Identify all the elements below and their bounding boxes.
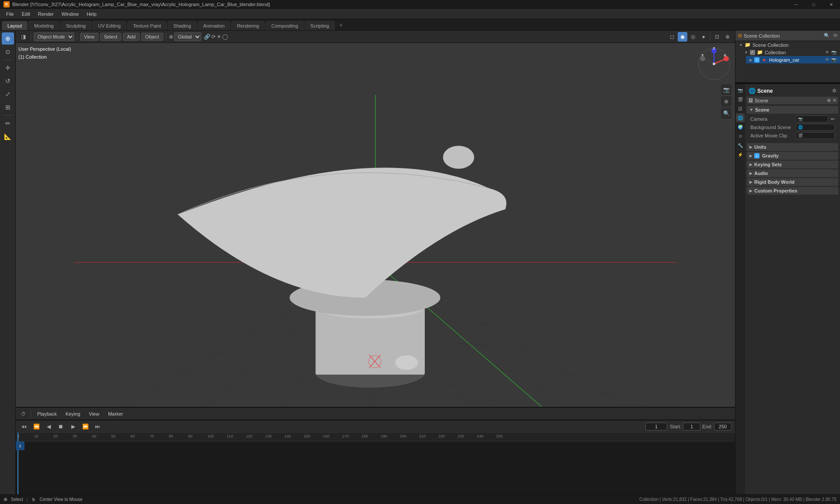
props-delete-icon[interactable]: ✕ <box>833 98 836 103</box>
tab-layout[interactable]: Layout <box>2 21 28 30</box>
output-properties-tab[interactable]: 🎬 <box>736 95 745 104</box>
menu-file[interactable]: File <box>3 10 18 18</box>
select-tool-button[interactable]: ⊕ <box>2 32 14 45</box>
minimize-button[interactable]: ─ <box>788 0 805 9</box>
cursor-tool-button[interactable]: ⊙ <box>2 46 14 58</box>
close-button[interactable]: ✕ <box>822 0 840 9</box>
scene-section-header[interactable]: ▼ Scene <box>747 106 838 114</box>
render-properties-tab[interactable]: 📷 <box>736 86 745 94</box>
navigation-gizmo[interactable]: X Y Z <box>696 46 732 81</box>
scene-properties-tab[interactable]: 🌐 <box>736 113 745 122</box>
tab-compositing[interactable]: Compositing <box>266 21 304 30</box>
camera-value-field[interactable]: 📷 <box>796 116 828 122</box>
custom-properties-header[interactable]: ▶ Custom Properties <box>747 187 838 195</box>
status-select-label: Select <box>11 497 23 502</box>
add-workspace-button[interactable]: + <box>336 20 346 30</box>
tab-uv-editing[interactable]: UV Editing <box>92 21 126 30</box>
menu-edit[interactable]: Edit <box>18 10 34 18</box>
keying-menu-button[interactable]: Keying <box>62 410 84 417</box>
outliner-sync-icon[interactable]: ⟳ <box>833 33 837 38</box>
viewport-shading-solid[interactable]: ◉ <box>678 32 687 42</box>
add-menu-button[interactable]: Add <box>123 33 140 41</box>
object-menu-button[interactable]: Object <box>141 33 163 41</box>
outliner-hologram-car[interactable]: ▶ ✓ 🔺 Hologram_car 👁 📷 <box>746 56 840 63</box>
units-section-header[interactable]: ▶ Units <box>747 143 838 151</box>
tab-texture-paint[interactable]: Texture Paint <box>127 21 167 30</box>
background-scene-field[interactable]: 🌐 <box>796 124 835 131</box>
stop-button[interactable]: ⏹ <box>56 422 66 431</box>
annotate-tool-button[interactable]: ✏ <box>2 117 14 130</box>
timeline-track-area[interactable]: 1 10 20 30 40 50 60 70 80 90 100 110 120… <box>16 432 735 494</box>
tab-sculpting[interactable]: Sculpting <box>60 21 91 30</box>
camera-edit-icon[interactable]: ✏ <box>831 116 835 122</box>
camera-view-button[interactable]: 📷 <box>721 84 732 95</box>
next-keyframe-button[interactable]: ⏩ <box>80 422 90 431</box>
prev-keyframe-button[interactable]: ⏪ <box>32 422 41 431</box>
menu-render[interactable]: Render <box>35 10 57 18</box>
viewport-shading-rendered[interactable]: ● <box>699 32 708 42</box>
step-back-button[interactable]: ◀ <box>44 422 53 431</box>
outliner-collection[interactable]: ▼ ✓ 📁 Collection 👁 📷 <box>741 49 840 56</box>
end-frame-input[interactable] <box>714 423 732 430</box>
play-forward-button[interactable]: ▶ <box>68 422 78 431</box>
editor-type-icon[interactable]: ◨ <box>18 32 28 42</box>
props-more-icon[interactable]: ⊕ <box>827 98 831 103</box>
cursor-button[interactable]: ⊕ <box>721 96 732 107</box>
gravity-checkbox[interactable]: ✓ <box>754 153 760 158</box>
transform-tool-button[interactable]: ⊞ <box>2 101 14 113</box>
checkbox-obj[interactable]: ✓ <box>754 57 760 63</box>
viewport-3d[interactable]: User Perspective (Local) (1) Collection … <box>16 43 735 407</box>
view-layer-selector[interactable]: 🖼 Scene ⊕ ✕ <box>747 97 838 104</box>
keying-sets-section-header[interactable]: ▶ Keying Sets <box>747 161 838 168</box>
outliner-scene-collection[interactable]: ▼ 📁 Scene Collection <box>735 41 840 49</box>
viewport-shading-wire[interactable]: ◻ <box>667 32 677 42</box>
audio-section-header[interactable]: ▶ Audio <box>747 169 838 177</box>
select-menu-button[interactable]: Select <box>100 33 122 41</box>
active-movie-clip-field[interactable]: 🎬 <box>796 132 835 139</box>
viewport-header: ◨ Object Mode Edit Mode Sculpt Mode View… <box>16 31 735 43</box>
props-settings-icon[interactable]: ⚙ <box>832 88 836 94</box>
world-properties-tab[interactable]: 🌍 <box>736 122 745 131</box>
gizmo-toggle[interactable]: ⊕ <box>723 32 732 42</box>
viewport-shading-material[interactable]: ◎ <box>688 32 698 42</box>
header-divider-3 <box>166 33 166 41</box>
rotate-tool-button[interactable]: ↺ <box>2 75 14 87</box>
jump-end-button[interactable]: ⏭ <box>93 422 102 431</box>
maximize-button[interactable]: □ <box>805 0 822 9</box>
jump-start-button[interactable]: ⏮ <box>19 422 29 431</box>
tab-scripting[interactable]: Scripting <box>304 21 335 30</box>
rigid-body-world-header[interactable]: ▶ Rigid Body World <box>747 178 838 186</box>
move-tool-button[interactable]: ✛ <box>2 62 14 74</box>
zoom-button[interactable]: 🔍 <box>721 108 732 119</box>
camera-icon-coll[interactable]: 📷 <box>831 50 836 55</box>
eye-icon-obj[interactable]: 👁 <box>825 57 830 62</box>
modifier-properties-tab[interactable]: 🔧 <box>736 141 745 150</box>
checkbox-collection[interactable]: ✓ <box>750 50 755 55</box>
global-local-select[interactable]: Global Local <box>174 32 201 41</box>
object-mode-select[interactable]: Object Mode Edit Mode Sculpt Mode <box>34 32 74 41</box>
start-frame-input[interactable] <box>683 423 700 430</box>
view-layer-properties-tab[interactable]: 🖼 <box>736 104 745 113</box>
overlay-toggle[interactable]: ⊡ <box>712 32 722 42</box>
camera-icon-obj[interactable]: 📷 <box>831 57 836 62</box>
menu-window[interactable]: Window <box>58 10 82 18</box>
eye-icon-coll[interactable]: 👁 <box>825 50 830 55</box>
current-frame-input[interactable] <box>645 423 667 430</box>
scale-tool-button[interactable]: ⤢ <box>2 88 14 100</box>
marker-menu-button[interactable]: Marker <box>105 410 126 417</box>
tab-rendering[interactable]: Rendering <box>231 21 265 30</box>
measure-tool-button[interactable]: 📐 <box>2 130 14 143</box>
tab-animation[interactable]: Animation <box>198 21 231 30</box>
menu-help[interactable]: Help <box>83 10 100 18</box>
physics-properties-tab[interactable]: ⚡ <box>736 150 745 159</box>
timeline-editor-type-icon[interactable]: ⏱ <box>18 409 28 419</box>
tab-modeling[interactable]: Modeling <box>28 21 60 30</box>
playback-menu-button[interactable]: Playback <box>34 410 60 417</box>
outliner-filter-icon[interactable]: 🔍 <box>824 33 830 38</box>
object-properties-tab[interactable]: ⚙ <box>736 132 745 140</box>
view-menu-button[interactable]: View <box>80 33 98 41</box>
gravity-section-header[interactable]: ▶ ✓ Gravity <box>747 152 838 160</box>
tab-shading[interactable]: Shading <box>168 21 196 30</box>
gizmo-container[interactable]: X Y Z <box>696 46 732 81</box>
view-menu-tl-button[interactable]: View <box>85 410 103 417</box>
